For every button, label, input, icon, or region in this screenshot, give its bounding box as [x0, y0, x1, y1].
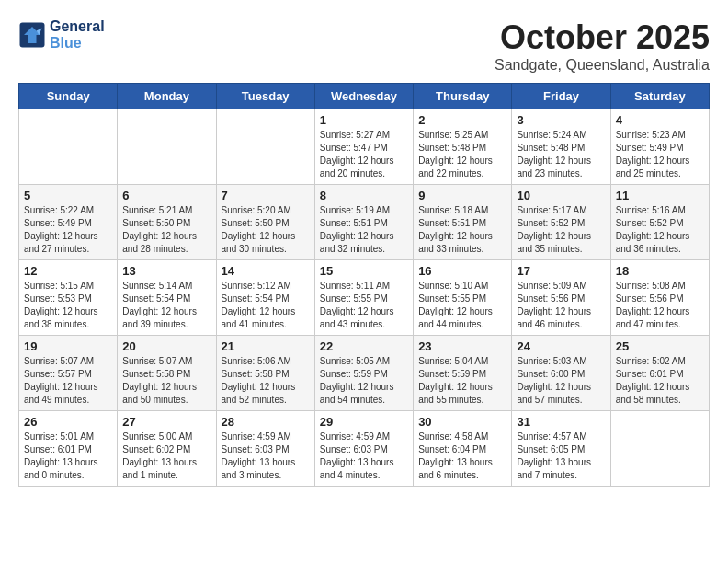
- calendar-week-5: 26Sunrise: 5:01 AM Sunset: 6:01 PM Dayli…: [19, 411, 710, 487]
- calendar-cell: 7Sunrise: 5:20 AM Sunset: 5:50 PM Daylig…: [216, 185, 314, 260]
- day-number: 18: [616, 264, 704, 278]
- day-number: 20: [122, 339, 210, 353]
- calendar-cell: 8Sunrise: 5:19 AM Sunset: 5:51 PM Daylig…: [314, 185, 413, 260]
- day-info: Sunrise: 5:22 AM Sunset: 5:49 PM Dayligh…: [24, 204, 112, 256]
- calendar-cell: 12Sunrise: 5:15 AM Sunset: 5:53 PM Dayli…: [19, 260, 118, 336]
- day-info: Sunrise: 4:57 AM Sunset: 6:05 PM Dayligh…: [517, 431, 605, 482]
- day-number: 1: [320, 113, 408, 127]
- day-info: Sunrise: 5:23 AM Sunset: 5:49 PM Dayligh…: [616, 129, 704, 180]
- day-info: Sunrise: 5:17 AM Sunset: 5:52 PM Dayligh…: [517, 204, 605, 256]
- calendar-cell: 4Sunrise: 5:23 AM Sunset: 5:49 PM Daylig…: [610, 109, 709, 185]
- day-number: 26: [24, 415, 112, 429]
- month-title: October 2025: [495, 18, 710, 57]
- day-number: 7: [222, 189, 310, 202]
- day-info: Sunrise: 5:00 AM Sunset: 6:02 PM Dayligh…: [122, 431, 210, 482]
- day-number: 10: [517, 189, 605, 202]
- calendar-cell: 9Sunrise: 5:18 AM Sunset: 5:51 PM Daylig…: [414, 185, 512, 260]
- weekday-header-saturday: Saturday: [610, 84, 709, 109]
- day-info: Sunrise: 5:12 AM Sunset: 5:54 PM Dayligh…: [222, 280, 310, 331]
- calendar-cell: [19, 109, 118, 185]
- day-number: 16: [418, 264, 506, 278]
- calendar-cell: 31Sunrise: 4:57 AM Sunset: 6:05 PM Dayli…: [512, 411, 610, 487]
- calendar-cell: 10Sunrise: 5:17 AM Sunset: 5:52 PM Dayli…: [512, 185, 610, 260]
- day-info: Sunrise: 5:14 AM Sunset: 5:54 PM Dayligh…: [122, 280, 210, 331]
- calendar-cell: 3Sunrise: 5:24 AM Sunset: 5:48 PM Daylig…: [512, 109, 610, 185]
- day-info: Sunrise: 5:27 AM Sunset: 5:47 PM Dayligh…: [320, 129, 408, 180]
- day-number: 25: [616, 339, 704, 353]
- day-info: Sunrise: 4:58 AM Sunset: 6:04 PM Dayligh…: [418, 431, 506, 482]
- day-number: 11: [616, 189, 704, 202]
- day-info: Sunrise: 5:01 AM Sunset: 6:01 PM Dayligh…: [24, 431, 112, 482]
- day-number: 9: [418, 189, 506, 202]
- weekday-header-tuesday: Tuesday: [216, 84, 314, 109]
- day-number: 22: [320, 339, 408, 353]
- logo-general: General: [50, 18, 105, 35]
- calendar-week-3: 12Sunrise: 5:15 AM Sunset: 5:53 PM Dayli…: [19, 260, 710, 336]
- calendar-cell: 30Sunrise: 4:58 AM Sunset: 6:04 PM Dayli…: [414, 411, 512, 487]
- calendar-cell: 13Sunrise: 5:14 AM Sunset: 5:54 PM Dayli…: [118, 260, 216, 336]
- header: General Blue October 2025 Sandgate, Quee…: [18, 18, 710, 74]
- calendar-cell: 25Sunrise: 5:02 AM Sunset: 6:01 PM Dayli…: [610, 336, 709, 411]
- day-number: 12: [24, 264, 112, 278]
- day-number: 29: [320, 415, 408, 429]
- day-number: 14: [222, 264, 310, 278]
- calendar-cell: 5Sunrise: 5:22 AM Sunset: 5:49 PM Daylig…: [19, 185, 118, 260]
- calendar-cell: [118, 109, 216, 185]
- weekday-header-row: SundayMondayTuesdayWednesdayThursdayFrid…: [19, 84, 710, 109]
- day-number: 31: [517, 415, 605, 429]
- day-number: 3: [517, 113, 605, 127]
- calendar-cell: 20Sunrise: 5:07 AM Sunset: 5:58 PM Dayli…: [118, 336, 216, 411]
- calendar-cell: 24Sunrise: 5:03 AM Sunset: 6:00 PM Dayli…: [512, 336, 610, 411]
- calendar-cell: 26Sunrise: 5:01 AM Sunset: 6:01 PM Dayli…: [19, 411, 118, 487]
- day-number: 13: [122, 264, 210, 278]
- day-number: 15: [320, 264, 408, 278]
- calendar-cell: [216, 109, 314, 185]
- day-info: Sunrise: 5:08 AM Sunset: 5:56 PM Dayligh…: [616, 280, 704, 331]
- day-info: Sunrise: 5:24 AM Sunset: 5:48 PM Dayligh…: [517, 129, 605, 180]
- day-info: Sunrise: 5:07 AM Sunset: 5:58 PM Dayligh…: [122, 355, 210, 407]
- weekday-header-friday: Friday: [512, 84, 610, 109]
- calendar-week-1: 1Sunrise: 5:27 AM Sunset: 5:47 PM Daylig…: [19, 109, 710, 185]
- calendar-cell: 19Sunrise: 5:07 AM Sunset: 5:57 PM Dayli…: [19, 336, 118, 411]
- day-number: 30: [418, 415, 506, 429]
- calendar-cell: 23Sunrise: 5:04 AM Sunset: 5:59 PM Dayli…: [414, 336, 512, 411]
- day-info: Sunrise: 4:59 AM Sunset: 6:03 PM Dayligh…: [222, 431, 310, 482]
- day-info: Sunrise: 5:16 AM Sunset: 5:52 PM Dayligh…: [616, 204, 704, 256]
- day-info: Sunrise: 5:02 AM Sunset: 6:01 PM Dayligh…: [616, 355, 704, 407]
- day-info: Sunrise: 5:07 AM Sunset: 5:57 PM Dayligh…: [24, 355, 112, 407]
- day-info: Sunrise: 5:20 AM Sunset: 5:50 PM Dayligh…: [222, 204, 310, 256]
- calendar-cell: 29Sunrise: 4:59 AM Sunset: 6:03 PM Dayli…: [314, 411, 413, 487]
- day-number: 6: [122, 189, 210, 202]
- day-info: Sunrise: 5:18 AM Sunset: 5:51 PM Dayligh…: [418, 204, 506, 256]
- weekday-header-sunday: Sunday: [19, 84, 118, 109]
- title-area: October 2025 Sandgate, Queensland, Austr…: [495, 18, 710, 74]
- calendar-week-4: 19Sunrise: 5:07 AM Sunset: 5:57 PM Dayli…: [19, 336, 710, 411]
- day-info: Sunrise: 5:06 AM Sunset: 5:58 PM Dayligh…: [222, 355, 310, 407]
- day-number: 27: [122, 415, 210, 429]
- day-info: Sunrise: 5:21 AM Sunset: 5:50 PM Dayligh…: [122, 204, 210, 256]
- calendar-cell: [610, 411, 709, 487]
- calendar-cell: 28Sunrise: 4:59 AM Sunset: 6:03 PM Dayli…: [216, 411, 314, 487]
- calendar-cell: 6Sunrise: 5:21 AM Sunset: 5:50 PM Daylig…: [118, 185, 216, 260]
- day-info: Sunrise: 5:15 AM Sunset: 5:53 PM Dayligh…: [24, 280, 112, 331]
- calendar-cell: 2Sunrise: 5:25 AM Sunset: 5:48 PM Daylig…: [414, 109, 512, 185]
- location-title: Sandgate, Queensland, Australia: [495, 57, 710, 74]
- weekday-header-thursday: Thursday: [414, 84, 512, 109]
- calendar-cell: 17Sunrise: 5:09 AM Sunset: 5:56 PM Dayli…: [512, 260, 610, 336]
- weekday-header-monday: Monday: [118, 84, 216, 109]
- day-number: 2: [418, 113, 506, 127]
- day-number: 21: [222, 339, 310, 353]
- day-number: 28: [222, 415, 310, 429]
- calendar-cell: 14Sunrise: 5:12 AM Sunset: 5:54 PM Dayli…: [216, 260, 314, 336]
- calendar-cell: 1Sunrise: 5:27 AM Sunset: 5:47 PM Daylig…: [314, 109, 413, 185]
- day-number: 17: [517, 264, 605, 278]
- day-number: 19: [24, 339, 112, 353]
- calendar-week-2: 5Sunrise: 5:22 AM Sunset: 5:49 PM Daylig…: [19, 185, 710, 260]
- calendar-table: SundayMondayTuesdayWednesdayThursdayFrid…: [18, 83, 710, 487]
- day-info: Sunrise: 5:10 AM Sunset: 5:55 PM Dayligh…: [418, 280, 506, 331]
- calendar-cell: 16Sunrise: 5:10 AM Sunset: 5:55 PM Dayli…: [414, 260, 512, 336]
- day-info: Sunrise: 5:19 AM Sunset: 5:51 PM Dayligh…: [320, 204, 408, 256]
- day-number: 8: [320, 189, 408, 202]
- calendar-cell: 18Sunrise: 5:08 AM Sunset: 5:56 PM Dayli…: [610, 260, 709, 336]
- day-info: Sunrise: 5:11 AM Sunset: 5:55 PM Dayligh…: [320, 280, 408, 331]
